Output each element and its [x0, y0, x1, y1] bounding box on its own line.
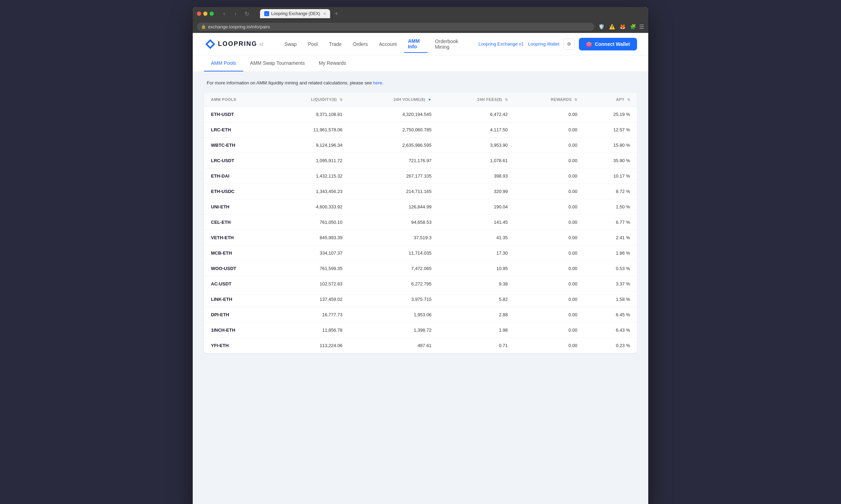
tab-close-button[interactable]: ✕ — [323, 12, 326, 16]
app-wrapper: LOOPRING v2 Swap Pool Trade Orders Accou… — [193, 33, 648, 504]
nav-link-pool[interactable]: Pool — [304, 39, 322, 50]
cell-fees: 0.71 — [438, 338, 515, 353]
col-header-apy[interactable]: APY ⇅ — [584, 92, 637, 107]
info-link[interactable]: here. — [373, 80, 384, 85]
nav-link-account[interactable]: Account — [375, 39, 401, 50]
cell-liquidity: 1,432,115.32 — [272, 168, 350, 184]
table-row[interactable]: ETH-USDT 9,371,108.81 4,320,194.545 6,47… — [204, 107, 637, 122]
wallet-icon: 👛 — [586, 41, 592, 47]
cell-pair: WOO-USDT — [204, 261, 272, 276]
cell-volume: 94,658.53 — [349, 215, 438, 230]
table-row[interactable]: LRC-USDT 1,095,911.72 721,176.97 1,078.6… — [204, 153, 637, 168]
table-row[interactable]: CEL-ETH 761,050.10 94,658.53 141.45 0.00… — [204, 215, 637, 230]
table-row[interactable]: UNI-ETH 4,600,333.92 126,844.99 190.04 0… — [204, 199, 637, 215]
cell-liquidity: 113,224.06 — [272, 338, 350, 353]
browser-navigation: ‹ › ↻ — [219, 9, 252, 19]
table-row[interactable]: YFI-ETH 113,224.06 487.61 0.71 0.00 0.23… — [204, 338, 637, 353]
liquidity-sort-icon: ⇅ — [340, 98, 343, 102]
page-wrapper: ‹ › ↻ L Loopring Exchange (DEX) ✕ + 🔒 e — [0, 0, 841, 504]
cell-volume: 6,272.795 — [349, 276, 438, 292]
browser-menu-button[interactable]: ☰ — [639, 23, 644, 30]
table-row[interactable]: LRC-ETH 11,961,578.06 2,750,060.785 4,11… — [204, 122, 637, 138]
back-button[interactable]: ‹ — [219, 9, 229, 19]
nav-link-orderbook-mining[interactable]: Orderbook Mining — [431, 36, 467, 53]
traffic-light-minimize[interactable] — [203, 12, 207, 16]
loopring-wallet-link[interactable]: Loopring Wallet — [528, 41, 560, 47]
cell-fees: 4,117.50 — [438, 122, 515, 138]
cell-fees: 320.99 — [438, 184, 515, 199]
col-header-24h-volume[interactable]: 24H VOLUME($) ▼ — [349, 92, 438, 107]
url-text: exchange.loopring.io/info/pairs — [208, 24, 270, 29]
table-row[interactable]: WOO-USDT 761,599.35 7,472.065 10.95 0.00… — [204, 261, 637, 276]
rewards-sort-icon: ⇅ — [574, 98, 577, 102]
sub-nav-amm-pools[interactable]: AMM Pools — [204, 55, 243, 71]
cell-fees: 5.82 — [438, 292, 515, 307]
warning-icon[interactable]: ⚠️ — [608, 22, 616, 31]
loopring-exchange-v1-link[interactable]: Loopring Exchange v1 — [478, 41, 524, 47]
sub-nav-my-rewards[interactable]: My Rewards — [312, 55, 353, 71]
table-row[interactable]: WBTC-ETH 9,124,196.34 2,635,986.595 3,95… — [204, 138, 637, 153]
traffic-light-close[interactable] — [197, 12, 201, 16]
main-content: For more information on AMM liquidity mi… — [193, 72, 648, 361]
sub-nav-amm-swap-tournaments[interactable]: AMM Swap Tournaments — [243, 55, 312, 71]
cell-volume: 37,519.3 — [349, 230, 438, 246]
amm-pools-table-container: AMM POOLS LIQUIDITY($) ⇅ 24H VOLUME($) ▼ — [204, 92, 637, 353]
traffic-light-maximize[interactable] — [210, 12, 214, 16]
cell-liquidity: 9,371,108.81 — [272, 107, 350, 122]
col-header-rewards[interactable]: REWARDS ⇅ — [515, 92, 584, 107]
table-row[interactable]: 1INCH-ETH 11,856.78 1,398.72 1.98 0.00 6… — [204, 323, 637, 338]
new-tab-button[interactable]: + — [331, 9, 341, 19]
logo-version: v2 — [259, 42, 264, 46]
col-header-liquidity[interactable]: LIQUIDITY($) ⇅ — [272, 92, 350, 107]
info-text: For more information on AMM liquidity mi… — [204, 80, 637, 85]
cell-volume: 7,472.065 — [349, 261, 438, 276]
lock-icon: 🔒 — [201, 25, 206, 29]
table-row[interactable]: DPI-ETH 16,777.73 1,953.06 2.88 0.00 6.4… — [204, 307, 637, 323]
nav-link-trade[interactable]: Trade — [325, 39, 346, 50]
table-row[interactable]: ETH-USDC 1,343,456.23 214,711.165 320.99… — [204, 184, 637, 199]
nav-link-orders[interactable]: Orders — [349, 39, 372, 50]
cell-rewards: 0.00 — [515, 122, 584, 138]
browser-tab-active[interactable]: L Loopring Exchange (DEX) ✕ — [260, 9, 330, 18]
address-bar[interactable]: 🔒 exchange.loopring.io/info/pairs — [197, 23, 594, 31]
cell-volume: 11,714.035 — [349, 246, 438, 261]
table-row[interactable]: ETH-DAI 1,432,115.32 267,177.105 398.93 … — [204, 168, 637, 184]
cell-apy: 0.23 % — [584, 338, 637, 353]
cell-pair: UNI-ETH — [204, 199, 272, 215]
settings-button[interactable]: ⚙ — [563, 39, 575, 50]
cell-pair: ETH-DAI — [204, 168, 272, 184]
puzzle-icon[interactable]: 🧩 — [629, 22, 637, 31]
cell-fees: 10.95 — [438, 261, 515, 276]
table-row[interactable]: VETH-ETH 845,993.39 37,519.3 41.35 0.00 … — [204, 230, 637, 246]
cell-pair: 1INCH-ETH — [204, 323, 272, 338]
connect-wallet-button[interactable]: 👛 Connect Wallet — [579, 38, 637, 50]
cell-liquidity: 845,993.39 — [272, 230, 350, 246]
cell-liquidity: 334,107.37 — [272, 246, 350, 261]
fox-icon[interactable]: 🦊 — [618, 22, 627, 31]
cell-pair: CEL-ETH — [204, 215, 272, 230]
cell-rewards: 0.00 — [515, 168, 584, 184]
brave-shield-icon[interactable]: 🛡️ — [597, 22, 606, 31]
table-row[interactable]: MCB-ETH 334,107.37 11,714.035 17.30 0.00… — [204, 246, 637, 261]
cell-volume: 2,635,986.595 — [349, 138, 438, 153]
cell-liquidity: 16,777.73 — [272, 307, 350, 323]
cell-liquidity: 761,599.35 — [272, 261, 350, 276]
cell-apy: 1.86 % — [584, 246, 637, 261]
cell-liquidity: 137,459.02 — [272, 292, 350, 307]
cell-apy: 1.58 % — [584, 292, 637, 307]
nav-link-swap[interactable]: Swap — [280, 39, 301, 50]
forward-button[interactable]: › — [231, 9, 240, 19]
cell-pair: LINK-ETH — [204, 292, 272, 307]
cell-pair: MCB-ETH — [204, 246, 272, 261]
cell-fees: 1,078.61 — [438, 153, 515, 168]
cell-volume: 721,176.97 — [349, 153, 438, 168]
table-row[interactable]: LINK-ETH 137,459.02 3,975.715 5.82 0.00 … — [204, 292, 637, 307]
nav-link-amm-info[interactable]: AMM Info — [404, 35, 428, 53]
table-row[interactable]: AC-USDT 102,572.83 6,272.795 9.38 0.00 3… — [204, 276, 637, 292]
col-header-24h-fees[interactable]: 24H FEES($) ⇅ — [438, 92, 515, 107]
cell-fees: 3,953.90 — [438, 138, 515, 153]
cell-fees: 398.93 — [438, 168, 515, 184]
browser-titlebar: ‹ › ↻ L Loopring Exchange (DEX) ✕ + — [193, 7, 648, 20]
cell-apy: 15.80 % — [584, 138, 637, 153]
reload-button[interactable]: ↻ — [242, 9, 252, 19]
